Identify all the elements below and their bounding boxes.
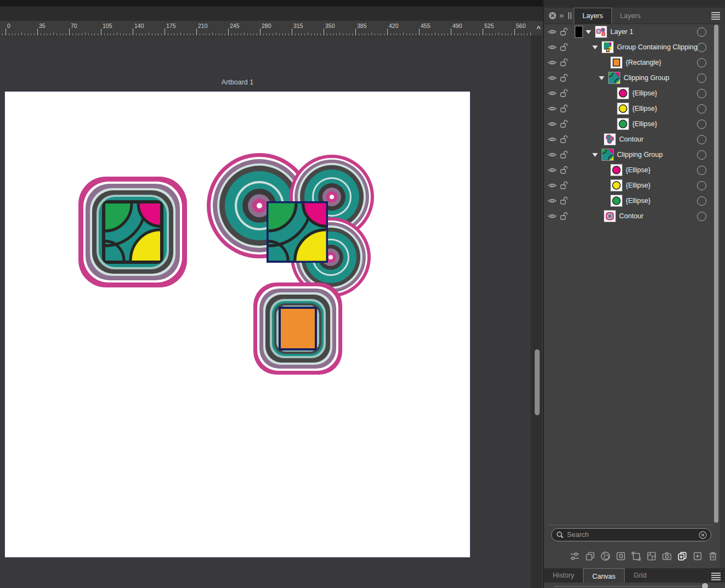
- lock-icon[interactable]: [559, 104, 568, 113]
- chevron-up-icon[interactable]: ^: [534, 22, 543, 34]
- layer-thumbnail[interactable]: [617, 103, 629, 115]
- layers-scrollbar-thumb[interactable]: [714, 25, 718, 523]
- canvas-vertical-scrollbar[interactable]: [531, 36, 542, 588]
- artboard-title[interactable]: Artboard 1: [4, 78, 471, 86]
- visibility-eye-icon[interactable]: [547, 75, 557, 81]
- delete-icon[interactable]: [705, 549, 721, 563]
- artboard[interactable]: [4, 91, 471, 558]
- layer-row[interactable]: Clipping Group: [544, 147, 725, 162]
- layer-row[interactable]: {Ellipse}: [544, 116, 725, 132]
- layer-thumbnail[interactable]: [610, 195, 622, 207]
- layer-row[interactable]: Contour: [544, 132, 725, 147]
- divide-icon[interactable]: [644, 549, 659, 563]
- visibility-eye-icon[interactable]: [547, 105, 557, 112]
- snapshot-icon[interactable]: [659, 549, 675, 563]
- layer-row[interactable]: {Rectangle}: [544, 55, 725, 70]
- visibility-eye-icon[interactable]: [547, 59, 557, 66]
- visibility-eye-icon[interactable]: [547, 90, 557, 97]
- tab-history[interactable]: History: [544, 568, 583, 583]
- tab-grid[interactable]: Grid: [625, 568, 655, 583]
- layer-thumbnail[interactable]: [604, 210, 616, 222]
- lock-icon[interactable]: [559, 89, 568, 98]
- layer-select-circle[interactable]: [697, 43, 706, 52]
- layer-thumbnail[interactable]: [608, 72, 620, 84]
- panel-menu-icon[interactable]: [711, 11, 721, 21]
- collapse-chevrons-icon[interactable]: »: [557, 10, 566, 20]
- slider-track[interactable]: [554, 586, 701, 587]
- layer-select-circle[interactable]: [697, 181, 706, 190]
- bottom-panel-menu-icon[interactable]: [711, 572, 721, 581]
- visibility-eye-icon[interactable]: [547, 136, 557, 143]
- new-layer-icon[interactable]: [690, 549, 705, 563]
- layer-select-circle[interactable]: [697, 135, 706, 144]
- layer-select-circle[interactable]: [697, 150, 706, 160]
- layer-select-circle[interactable]: [697, 212, 706, 221]
- crop-frame-icon[interactable]: [628, 549, 644, 563]
- search-box[interactable]: [551, 528, 711, 541]
- layer-thumbnail[interactable]: [610, 56, 622, 69]
- layer-row[interactable]: {Ellipse}: [544, 86, 725, 101]
- new-group-icon[interactable]: [675, 549, 690, 563]
- layer-row[interactable]: {Ellipse}: [544, 162, 725, 178]
- layer-thumbnail[interactable]: [604, 133, 616, 145]
- artwork-canvas[interactable]: [5, 92, 470, 557]
- slider-handle[interactable]: [702, 583, 708, 588]
- layer-row[interactable]: {Ellipse}: [544, 101, 725, 116]
- layer-select-circle[interactable]: [697, 166, 706, 175]
- layer-thumbnail[interactable]: [617, 118, 629, 130]
- lock-icon[interactable]: [559, 166, 568, 174]
- expand-triangle-icon[interactable]: [586, 30, 591, 34]
- layer-row[interactable]: Clipping Group: [544, 70, 725, 86]
- expand-triangle-icon[interactable]: [599, 76, 604, 80]
- layer-select-circle[interactable]: [697, 89, 706, 98]
- layer-select-circle[interactable]: [697, 74, 706, 83]
- lock-icon[interactable]: [559, 150, 568, 159]
- layer-row[interactable]: Layer 1: [544, 24, 725, 39]
- layer-thumbnail[interactable]: [602, 149, 614, 161]
- mask-icon[interactable]: [613, 549, 628, 563]
- canvas-scrollbar-thumb[interactable]: [535, 349, 540, 415]
- lock-icon[interactable]: [559, 74, 568, 82]
- visibility-eye-icon[interactable]: [547, 44, 557, 50]
- layer-thumbnail[interactable]: [602, 41, 614, 53]
- layer-row[interactable]: {Ellipse}: [544, 193, 725, 208]
- lock-icon[interactable]: [559, 181, 568, 190]
- close-panel-icon[interactable]: [547, 12, 557, 20]
- visibility-eye-icon[interactable]: [547, 151, 557, 158]
- visibility-eye-icon[interactable]: [547, 182, 557, 189]
- layer-thumbnail[interactable]: [595, 26, 607, 38]
- lock-icon[interactable]: [559, 120, 568, 128]
- layer-select-circle[interactable]: [697, 58, 706, 67]
- lock-icon[interactable]: [559, 27, 568, 36]
- edit-all-layers-icon[interactable]: [567, 549, 582, 563]
- layer-row[interactable]: {Ellipse}: [544, 178, 725, 193]
- layer-select-circle[interactable]: [697, 27, 706, 37]
- visibility-eye-icon[interactable]: [547, 29, 557, 35]
- layer-select-circle[interactable]: [697, 120, 706, 129]
- clear-search-icon[interactable]: [699, 531, 707, 539]
- panel-drag-handle[interactable]: [566, 12, 574, 19]
- layer-row[interactable]: Group Containing Clipping: [544, 39, 725, 55]
- visibility-eye-icon[interactable]: [547, 121, 557, 127]
- layer-thumbnail[interactable]: [610, 164, 622, 176]
- visibility-eye-icon[interactable]: [547, 213, 557, 219]
- search-input[interactable]: [566, 530, 699, 539]
- lock-icon[interactable]: [559, 196, 568, 205]
- duplicate-icon[interactable]: [582, 549, 598, 563]
- expand-triangle-icon[interactable]: [592, 153, 598, 157]
- expand-triangle-icon[interactable]: [592, 46, 598, 49]
- layer-color-swatch[interactable]: [575, 26, 583, 38]
- visibility-eye-icon[interactable]: [547, 197, 557, 204]
- layer-thumbnail[interactable]: [610, 179, 622, 191]
- lock-icon[interactable]: [559, 212, 568, 220]
- lock-icon[interactable]: [559, 58, 568, 67]
- layer-row[interactable]: Contour: [544, 208, 725, 224]
- layer-select-circle[interactable]: [697, 196, 706, 206]
- lock-icon[interactable]: [559, 43, 568, 52]
- tab-layers-inactive[interactable]: Layers: [612, 8, 649, 24]
- lock-icon[interactable]: [559, 135, 568, 144]
- visibility-eye-icon[interactable]: [547, 167, 557, 173]
- tab-canvas[interactable]: Canvas: [583, 568, 625, 584]
- layer-select-circle[interactable]: [697, 104, 706, 114]
- horizontal-ruler[interactable]: 0357010514017521024528031535038542045549…: [0, 21, 535, 36]
